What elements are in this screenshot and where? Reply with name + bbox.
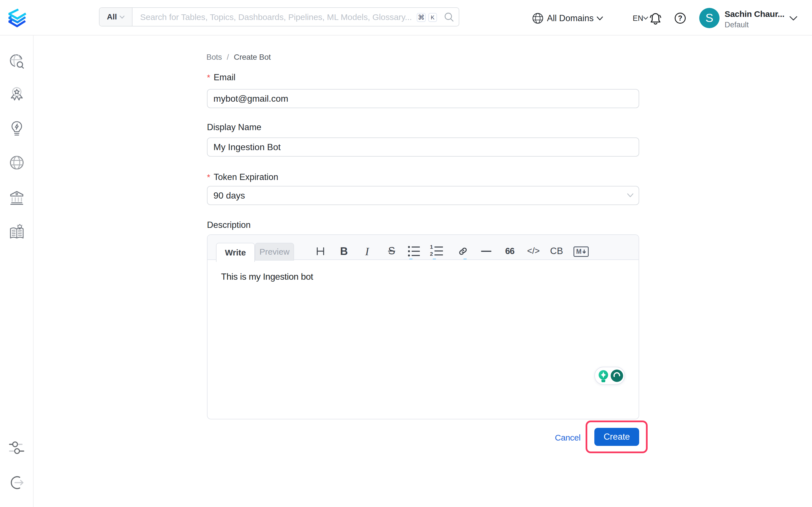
svg-text:1: 1 — [430, 245, 433, 250]
svg-text:2: 2 — [430, 251, 433, 257]
